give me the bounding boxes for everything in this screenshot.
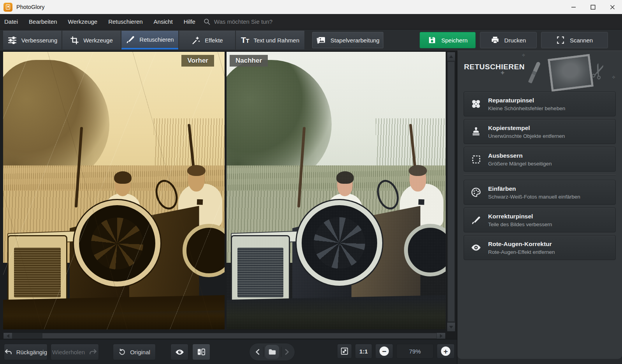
horizontal-scroll-thumb[interactable] [42, 333, 436, 338]
open-folder-button[interactable] [265, 345, 279, 359]
preview-eye-button[interactable] [170, 344, 188, 360]
zoom-out-button[interactable]: − [375, 344, 393, 359]
eye-icon [175, 347, 184, 357]
tool-title: Einfärben [488, 185, 580, 192]
retouch-panel: RETUSCHIEREN ✦ ✧ ✂ ✧ Reparaturpinsel [457, 51, 622, 359]
maximize-button[interactable] [583, 0, 603, 14]
window-controls [564, 0, 622, 14]
patch-selection-icon [464, 154, 488, 165]
folder-icon [268, 348, 276, 355]
magic-wand-icon [191, 35, 200, 45]
tool-ausbessern[interactable]: Ausbessern Größere Mängel beseitigen [464, 147, 616, 172]
tab-label: Verbesserung [21, 37, 58, 44]
crop-icon [70, 36, 79, 45]
show-original-button[interactable]: Original [113, 344, 156, 360]
print-button[interactable]: Drucken [480, 32, 537, 48]
undo-icon [4, 348, 12, 355]
retouch-sidebar: RETUSCHIEREN ✦ ✧ ✂ ✧ Reparaturpinsel [457, 51, 622, 364]
vertical-scrollbar[interactable] [447, 52, 455, 332]
save-label: Speichern [441, 37, 468, 44]
previous-photo-button[interactable] [253, 349, 261, 355]
tab-verbesserung[interactable]: Verbesserung [3, 31, 61, 49]
before-image[interactable]: Vorher [3, 52, 225, 329]
tool-title: Ausbessern [488, 152, 552, 159]
tool-korrekturpinsel[interactable]: Korrekturpinsel Teile des Bildes verbess… [464, 207, 616, 232]
paintbrush-deco-icon [528, 61, 541, 83]
scroll-right-button[interactable] [437, 333, 445, 339]
tool-rote-augen-korrektur[interactable]: Rote-Augen-Korrektur Rote-Augen-Effekt e… [464, 235, 616, 260]
zoom-controls: 1:1 − 79% + [337, 344, 455, 359]
redo-icon [89, 348, 97, 355]
vertical-scroll-thumb[interactable] [448, 62, 455, 322]
after-image[interactable]: Nachher [227, 52, 446, 329]
tool-subtitle: Unerwünschte Objekte entfernen [488, 133, 565, 139]
plus-icon: + [441, 346, 450, 356]
actual-size-label: 1:1 [359, 348, 368, 355]
save-icon [428, 36, 436, 44]
redo-label: Wiederholen [52, 349, 85, 355]
save-button[interactable]: Speichern [420, 32, 476, 48]
divider [263, 347, 264, 357]
undo-label: Rückgängig [16, 349, 47, 355]
title-bar: PhotoGlory [0, 0, 622, 14]
minimize-button[interactable] [564, 0, 583, 14]
batch-processing-label: Stapelverarbeitung [330, 37, 380, 44]
menu-datei[interactable]: Datei [0, 14, 23, 29]
brush-icon [126, 35, 135, 44]
tab-werkzeuge[interactable]: Werkzeuge [62, 31, 121, 49]
tool-title: Korrekturpinsel [488, 213, 552, 220]
tab-label: Effekte [205, 37, 223, 44]
tab-label: Werkzeuge [83, 37, 113, 44]
batch-processing-button[interactable]: Stapelverarbeitung [312, 32, 383, 48]
menu-werkzeuge[interactable]: Werkzeuge [63, 14, 103, 29]
scan-icon [556, 36, 565, 44]
ribbon: Verbesserung Werkzeuge Retuschieren Effe… [0, 30, 622, 51]
redo-button[interactable]: Wiederholen [51, 344, 99, 360]
chevron-left-icon [255, 349, 260, 355]
tab-text-und-rahmen[interactable]: TT Text und Rahmen [236, 31, 304, 49]
triangle-down-icon [449, 326, 453, 329]
menu-bar: Datei Bearbeiten Werkzeuge Retuschieren … [0, 14, 622, 30]
menu-retuschieren[interactable]: Retuschieren [103, 14, 148, 29]
scroll-up-button[interactable] [447, 52, 455, 61]
bottom-toolbar: Rückgängig Wiederholen Original [0, 339, 457, 364]
tool-title: Kopierstempel [488, 125, 565, 132]
undo-button[interactable]: Rückgängig [4, 344, 47, 360]
scroll-left-button[interactable] [4, 333, 12, 339]
next-photo-button[interactable] [283, 349, 291, 355]
restore-icon [118, 348, 126, 356]
tab-label: Retuschieren [139, 36, 174, 43]
menu-ansicht[interactable]: Ansicht [148, 14, 178, 29]
menu-bearbeiten[interactable]: Bearbeiten [23, 14, 63, 29]
split-compare-icon [197, 347, 206, 357]
before-badge: Vorher [181, 55, 214, 67]
actual-size-button[interactable]: 1:1 [355, 344, 372, 359]
tool-list: Reparaturpinsel Kleine Schönheitsfehler … [457, 86, 622, 260]
scan-label: Scannen [570, 37, 593, 44]
tab-effekte[interactable]: Effekte [179, 31, 235, 49]
scan-button[interactable]: Scannen [541, 32, 608, 48]
horizontal-scrollbar[interactable] [3, 332, 446, 339]
tool-einfaerben[interactable]: Einfärben Schwarz-Weiß-Fotos manuell ein… [464, 180, 616, 205]
tool-kopierstempel[interactable]: Kopierstempel Unerwünschte Objekte entfe… [464, 119, 616, 144]
after-badge: Nachher [230, 55, 268, 67]
brush-icon [464, 215, 488, 225]
search-input[interactable] [214, 18, 315, 25]
ribbon-actions: Speichern Drucken Scannen [420, 32, 608, 48]
app-title: PhotoGlory [16, 4, 45, 10]
tab-retuschieren[interactable]: Retuschieren [121, 31, 178, 49]
zoom-in-button[interactable]: + [437, 344, 455, 359]
compare-view-button[interactable] [192, 344, 210, 360]
close-button[interactable] [603, 0, 622, 14]
fit-to-screen-button[interactable] [337, 344, 352, 359]
photo-navigator [249, 343, 295, 361]
tool-subtitle: Teile des Bildes verbessern [488, 222, 552, 227]
chevron-right-icon [285, 349, 289, 355]
editor-canvas: Vorher N [0, 51, 457, 339]
scroll-down-button[interactable] [447, 323, 455, 331]
printer-icon [491, 36, 499, 44]
tool-reparaturpinsel[interactable]: Reparaturpinsel Kleine Schönheitsfehler … [464, 91, 616, 116]
tab-label: Text und Rahmen [253, 37, 299, 44]
photo-layer [227, 52, 446, 329]
menu-hilfe[interactable]: Hilfe [178, 14, 201, 29]
